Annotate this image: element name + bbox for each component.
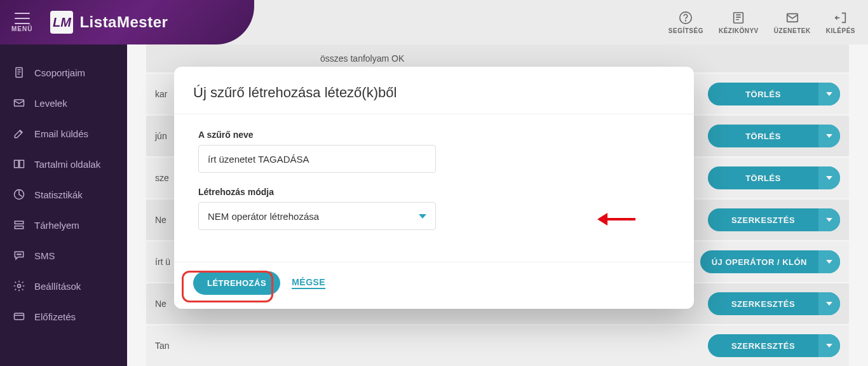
method-select[interactable]: NEM operátor létrehozása — [198, 202, 436, 230]
filter-name-label: A szűrő neve — [198, 130, 670, 140]
chevron-down-icon — [419, 214, 426, 219]
create-filter-modal: Új szűrő létrehozása létező(k)ből A szűr… — [174, 67, 694, 309]
method-value: NEM operátor létrehozása — [208, 211, 319, 222]
modal-title: Új szűrő létrehozása létező(k)ből — [174, 67, 694, 114]
modal-footer: LÉTREHOZÁS MÉGSE — [174, 262, 694, 309]
modal-body: A szűrő neve írt üzenetet TAGADÁSA Létre… — [174, 114, 694, 262]
annotation-arrow-icon — [597, 213, 635, 226]
filter-name-value: írt üzenetet TAGADÁSA — [208, 154, 309, 165]
cancel-button[interactable]: MÉGSE — [292, 277, 325, 289]
filter-name-input[interactable]: írt üzenetet TAGADÁSA — [198, 145, 436, 173]
create-button[interactable]: LÉTREHOZÁS — [193, 271, 280, 295]
method-label: Létrehozás módja — [198, 187, 670, 197]
modal-overlay: Új szűrő létrehozása létező(k)ből A szűr… — [0, 0, 868, 366]
filter-name-field: A szűrő neve írt üzenetet TAGADÁSA — [198, 130, 670, 173]
